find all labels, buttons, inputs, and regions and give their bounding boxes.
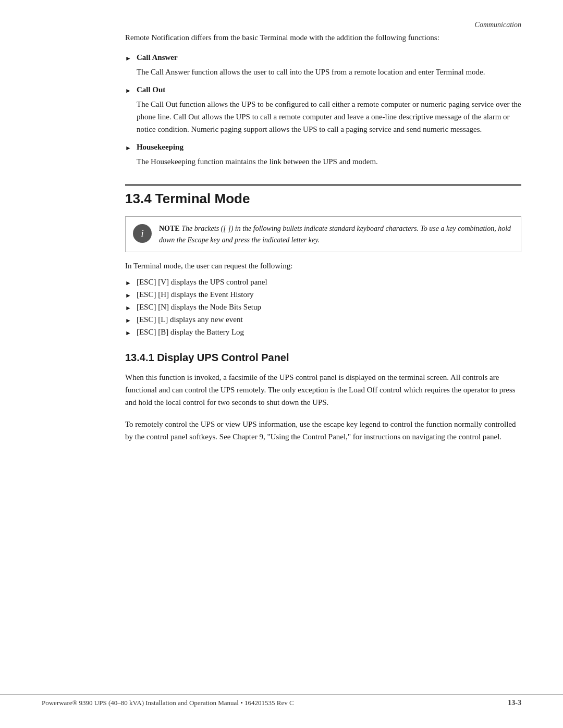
terminal-item-label-2: [ESC] [N] displays the Node Bits Setup <box>137 303 261 312</box>
note-content: The brackets ([ ]) in the following bull… <box>159 225 511 244</box>
terminal-item-1: ► [ESC] [H] displays the Event History <box>125 290 521 300</box>
intro-paragraph: Remote Notification differs from the bas… <box>125 31 521 44</box>
chapter-title: Communication <box>475 21 521 29</box>
info-icon: i <box>133 224 152 243</box>
chapter-header: Communication <box>475 21 521 29</box>
bullet-housekeeping: ► Housekeeping The Housekeeping function… <box>125 143 521 168</box>
terminal-bullet-arrow-0: ► <box>125 279 131 287</box>
terminal-item-label-4: [ESC] [B] display the Battery Log <box>137 328 244 337</box>
display-ups-heading: 13.4.1 Display UPS Control Panel <box>125 352 521 364</box>
terminal-item-label-0: [ESC] [V] displays the UPS control panel <box>137 278 267 287</box>
note-text: NOTE The brackets ([ ]) in the following… <box>159 223 513 245</box>
page-footer: Powerware® 9390 UPS (40–80 kVA) Installa… <box>0 694 563 707</box>
bullet-item-call-out: ► Call Out <box>125 85 521 95</box>
terminal-item-3: ► [ESC] [L] displays any new event <box>125 315 521 325</box>
housekeeping-description: The Housekeeping function maintains the … <box>137 155 521 168</box>
bullet-item-call-answer: ► Call Answer <box>125 53 521 63</box>
call-answer-description: The Call Answer function allows the user… <box>137 66 521 78</box>
note-label: NOTE <box>159 225 180 232</box>
terminal-item-2: ► [ESC] [N] displays the Node Bits Setup <box>125 303 521 312</box>
terminal-item-0: ► [ESC] [V] displays the UPS control pan… <box>125 278 521 287</box>
terminal-bullet-arrow-3: ► <box>125 317 131 325</box>
call-out-description: The Call Out function allows the UPS to … <box>137 98 521 135</box>
terminal-bullet-arrow-1: ► <box>125 292 131 300</box>
terminal-item-4: ► [ESC] [B] display the Battery Log <box>125 328 521 337</box>
bullet-arrow-2: ► <box>125 87 131 95</box>
note-box: i NOTE The brackets ([ ]) in the followi… <box>125 216 521 252</box>
footer-right: 13-3 <box>508 699 521 707</box>
display-ups-paragraph1: When this function is invoked, a facsimi… <box>125 371 521 409</box>
display-ups-paragraph2: To remotely control the UPS or view UPS … <box>125 418 521 443</box>
footer-left: Powerware® 9390 UPS (40–80 kVA) Installa… <box>42 699 294 707</box>
call-answer-title: Call Answer <box>137 53 178 62</box>
terminal-items-list: ► [ESC] [V] displays the UPS control pan… <box>125 278 521 337</box>
bullet-arrow-3: ► <box>125 144 131 152</box>
housekeeping-title: Housekeeping <box>137 143 183 152</box>
bullet-call-out: ► Call Out The Call Out function allows … <box>125 85 521 135</box>
terminal-bullet-arrow-2: ► <box>125 304 131 312</box>
bullet-call-answer: ► Call Answer The Call Answer function a… <box>125 53 521 78</box>
terminal-bullet-arrow-4: ► <box>125 329 131 337</box>
bullet-arrow-1: ► <box>125 55 131 63</box>
content-area: Remote Notification differs from the bas… <box>125 31 521 443</box>
terminal-item-label-1: [ESC] [H] displays the Event History <box>137 290 254 299</box>
terminal-item-label-3: [ESC] [L] displays any new event <box>137 315 243 324</box>
call-out-title: Call Out <box>137 85 165 94</box>
page-container: Communication Remote Notification differ… <box>0 0 563 728</box>
bullet-item-housekeeping: ► Housekeeping <box>125 143 521 152</box>
terminal-intro: In Terminal mode, the user can request t… <box>125 262 521 270</box>
terminal-mode-heading: 13.4 Terminal Mode <box>125 184 521 207</box>
